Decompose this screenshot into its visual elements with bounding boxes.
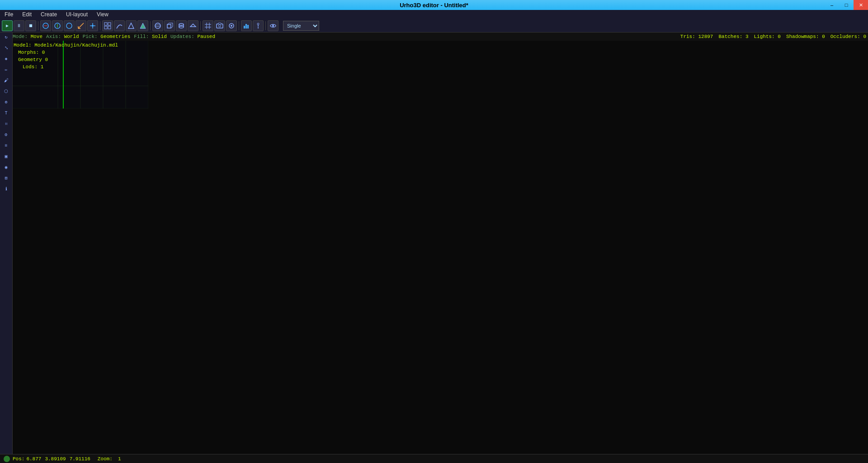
- menu-edit[interactable]: Edit: [18, 10, 36, 19]
- sidebar-info-icon[interactable]: ℹ: [1, 184, 11, 194]
- sidebar-scale-icon[interactable]: ⤡: [1, 43, 11, 53]
- lights-stat: Lights: 0: [754, 34, 780, 39]
- axis-value: World: [64, 34, 79, 39]
- svg-point-14: [179, 26, 184, 28]
- view-mode-dropdown[interactable]: Single Split 2 Split 4: [283, 21, 319, 31]
- debug-button[interactable]: [253, 20, 264, 31]
- occluders-stat: Occluders: 0: [830, 34, 866, 39]
- updates-value: Paused: [197, 34, 215, 39]
- svg-rect-5: [108, 23, 111, 25]
- add-cylinder-button[interactable]: [176, 20, 187, 31]
- stats-button[interactable]: [241, 20, 252, 31]
- move-xy-button[interactable]: [75, 20, 86, 31]
- sidebar-nav-icon[interactable]: ⊕: [1, 97, 11, 107]
- lods-line: Lods: 1: [14, 63, 118, 71]
- svg-point-25: [272, 25, 274, 27]
- batches-stat: Batches: 3: [718, 34, 748, 39]
- svg-point-11: [155, 25, 160, 27]
- svg-rect-20: [245, 24, 247, 28]
- toolbar: ▶ ⏸ ⏹: [0, 19, 868, 33]
- sidebar-paint-icon[interactable]: 🖌: [1, 76, 11, 85]
- sidebar-rotate-icon[interactable]: ↻: [1, 32, 11, 42]
- sidebar-physics-icon[interactable]: ◉: [1, 162, 11, 172]
- add-box-button[interactable]: [164, 20, 175, 31]
- sidebar-layer-icon[interactable]: ≡: [1, 141, 11, 151]
- svg-point-18: [231, 25, 232, 27]
- zoom-label: Zoom:: [98, 456, 113, 462]
- mode-label: Mode:: [13, 34, 28, 39]
- solid-button[interactable]: [137, 20, 148, 31]
- svg-point-10: [155, 23, 160, 28]
- grid-view-button[interactable]: [203, 20, 213, 31]
- morphs-line: Morphs: 0: [14, 49, 118, 56]
- play-button[interactable]: ▶: [2, 20, 13, 31]
- svg-rect-7: [108, 26, 111, 29]
- svg-marker-9: [140, 23, 146, 28]
- pick-value: Geometries: [100, 34, 130, 39]
- geometry-label: Geometry: [18, 57, 42, 62]
- model-path: Models/Kachujin/Kachujin.mdl: [34, 43, 118, 48]
- morphs-label: Morphs:: [18, 50, 39, 55]
- svg-point-23: [258, 27, 259, 28]
- status-icon: [4, 456, 10, 462]
- lods-label: Lods:: [23, 64, 38, 70]
- move-xz-button[interactable]: [87, 20, 98, 31]
- pos-label: Pos:: [13, 456, 24, 462]
- menu-file[interactable]: File: [0, 10, 18, 19]
- statusbar: Mode: Move Axis: World Pick: Geometries …: [13, 33, 868, 41]
- sidebar-folder-icon[interactable]: ▣: [1, 151, 11, 161]
- lods-value: 1: [41, 64, 44, 70]
- sep4: [200, 21, 201, 30]
- sidebar-debug-icon[interactable]: ⌗: [1, 119, 11, 129]
- visibility-button[interactable]: [268, 20, 278, 31]
- svg-marker-8: [128, 23, 134, 28]
- right-stats: Tris: 12897 Batches: 3 Lights: 0 Shadowm…: [680, 34, 866, 39]
- model-label: Model:: [14, 43, 32, 48]
- sep3: [150, 21, 151, 30]
- menu-view[interactable]: View: [92, 10, 113, 19]
- sep2: [100, 21, 100, 30]
- mode-value: Move: [31, 34, 42, 39]
- sep5: [239, 21, 239, 30]
- window-title: Urho3D editor - Untitled*: [400, 2, 468, 9]
- add-plane-button[interactable]: [188, 20, 198, 31]
- sidebar-text-icon[interactable]: T: [1, 108, 11, 118]
- sidebar-select-icon[interactable]: ◈: [1, 54, 11, 64]
- rotate-z-button[interactable]: [64, 20, 75, 31]
- left-sidebar: ▶ ✦ ↻ ⤡ ◈ ✏ 🖌 ⬡ ⊕ T ⌗ ⚙ ≡ ▣ ◉ ⊞ ℹ: [0, 10, 13, 454]
- snap-angle-button[interactable]: [114, 20, 125, 31]
- window-controls: – □ ✕: [825, 0, 868, 10]
- viewport[interactable]: [13, 41, 868, 454]
- sidebar-zone-icon[interactable]: ⬡: [1, 86, 11, 96]
- model-path-line: Model: Models/Kachujin/Kachujin.mdl: [14, 42, 118, 49]
- menu-create[interactable]: Create: [36, 10, 61, 19]
- rotate-y-button[interactable]: [52, 20, 63, 31]
- close-button[interactable]: ✕: [854, 0, 868, 10]
- fill-value: Solid: [152, 34, 167, 39]
- sidebar-settings-icon[interactable]: ⚙: [1, 130, 11, 140]
- pos-z: 7.91116: [70, 456, 90, 462]
- morphs-value: 0: [42, 50, 45, 55]
- fullscreen-button[interactable]: [226, 20, 237, 31]
- pos-x: 6.877: [26, 456, 41, 462]
- updates-label: Updates:: [170, 34, 194, 39]
- camera-button[interactable]: [214, 20, 225, 31]
- stop-button[interactable]: ⏹: [25, 20, 36, 31]
- sidebar-edit-icon[interactable]: ✏: [1, 65, 11, 75]
- snap-grid-button[interactable]: [102, 20, 113, 31]
- svg-rect-12: [167, 24, 171, 28]
- fill-label: Fill:: [134, 34, 149, 39]
- rotate-x-button[interactable]: [40, 20, 51, 31]
- maximize-button[interactable]: □: [839, 0, 854, 10]
- svg-point-22: [257, 23, 259, 25]
- sidebar-export-icon[interactable]: ⊞: [1, 173, 11, 183]
- wire-button[interactable]: [126, 20, 137, 31]
- minimize-button[interactable]: –: [825, 0, 839, 10]
- tris-stat: Tris: 12897: [680, 34, 713, 39]
- menu-ui-layout[interactable]: UI-layout: [61, 10, 92, 19]
- svg-point-3: [92, 25, 94, 27]
- pause-button[interactable]: ⏸: [14, 20, 24, 31]
- zoom-value: 1: [118, 456, 121, 462]
- add-sphere-button[interactable]: [152, 20, 163, 31]
- sep1: [38, 21, 38, 30]
